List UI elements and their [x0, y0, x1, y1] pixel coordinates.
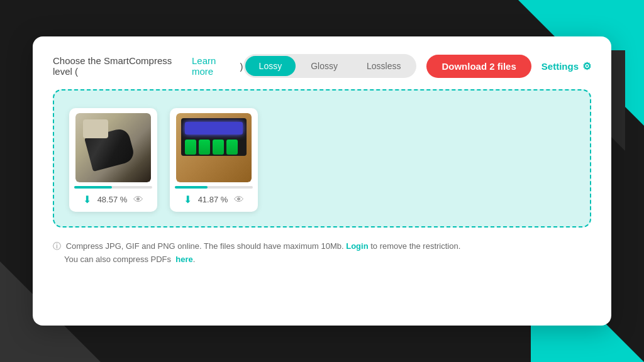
choose-level-label: Choose the SmartCompress level (	[53, 55, 188, 77]
img-card-footer-1: ⬇ 48.57 % 👁	[74, 194, 152, 206]
header-row: Choose the SmartCompress level ( Learn m…	[53, 54, 591, 78]
pdf-text: You can also compress PDFs here.	[53, 255, 195, 264]
charger-image	[176, 113, 252, 182]
compression-tabs: Lossy Glossy Lossless	[243, 54, 417, 78]
learn-more-link[interactable]: Learn more	[192, 55, 236, 77]
download-arrow-icon-1: ⬇	[83, 194, 91, 206]
percent-text-1: 48.57 %	[97, 195, 128, 204]
battery-cell-3	[213, 140, 224, 155]
restriction-text: to remove the restriction.	[370, 241, 460, 251]
header-left: Choose the SmartCompress level ( Learn m…	[53, 55, 243, 77]
progress-bar-wrap-2	[175, 186, 253, 189]
info-icon: ⓘ	[53, 241, 61, 251]
login-link[interactable]: Login	[346, 241, 368, 251]
progress-bar-fill-2	[175, 186, 208, 189]
battery-cell-4	[226, 140, 238, 155]
eye-icon-2[interactable]: 👁	[234, 194, 244, 206]
period: .	[193, 255, 196, 264]
image-card-2: ⬇ 41.87 % 👁	[170, 108, 258, 212]
battery-cells	[185, 140, 238, 155]
gear-icon: ⚙	[582, 60, 591, 72]
percent-text-2: 41.87 %	[198, 195, 228, 204]
battery-cell-2	[199, 140, 210, 155]
flashlight-image	[75, 113, 151, 182]
drop-zone[interactable]: ⬇ 48.57 % 👁 ⬇	[53, 89, 591, 228]
download-button[interactable]: Download 2 files	[426, 55, 531, 78]
footer-info: ⓘ Compress JPG, GIF and PNG online. The …	[53, 240, 591, 266]
img-card-footer-2: ⬇ 41.87 % 👁	[175, 194, 253, 206]
footer-info-text: Compress JPG, GIF and PNG online. The fi…	[66, 241, 344, 251]
header-right: Lossy Glossy Lossless Download 2 files S…	[243, 54, 591, 78]
tab-glossy[interactable]: Glossy	[297, 56, 352, 76]
pdf-text-span: You can also compress PDFs	[64, 255, 171, 264]
progress-bar-wrap-1	[74, 186, 152, 189]
battery-cell-1	[185, 140, 196, 155]
settings-button[interactable]: Settings ⚙	[541, 60, 591, 72]
image-card-1: ⬇ 48.57 % 👁	[69, 108, 157, 212]
here-link[interactable]: here	[175, 255, 192, 264]
progress-bar-fill-1	[74, 186, 112, 189]
image-thumb-2	[176, 113, 252, 182]
download-arrow-icon-2: ⬇	[184, 194, 192, 206]
settings-label: Settings	[541, 61, 579, 72]
tab-lossy[interactable]: Lossy	[245, 56, 296, 76]
main-card: Choose the SmartCompress level ( Learn m…	[33, 36, 611, 326]
eye-icon-1[interactable]: 👁	[133, 194, 143, 206]
tab-lossless[interactable]: Lossless	[353, 56, 414, 76]
image-thumb-1	[75, 113, 151, 182]
